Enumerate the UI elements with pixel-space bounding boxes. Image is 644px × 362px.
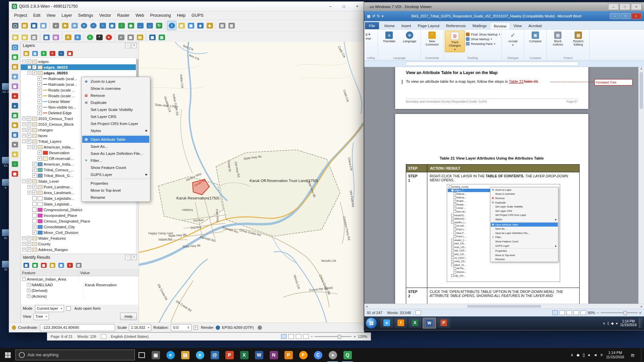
vdi-maximize-button[interactable]: □ <box>620 3 630 10</box>
win7-taskbar-word[interactable]: W <box>423 318 436 328</box>
auto-open-form-checkbox[interactable] <box>66 306 71 311</box>
layer-visibility-checkbox[interactable]: ✓ <box>32 168 37 172</box>
context-menu-item-gups-layer[interactable]: GUPS Layer▶ <box>491 244 558 248</box>
taskbar-qgis[interactable]: Q <box>340 348 355 362</box>
layer-visibility-checkbox[interactable]: ✓ <box>38 156 42 161</box>
context-menu-item-gups-layer[interactable]: GUPS Layer▶ <box>82 171 149 178</box>
clear-results-icon[interactable]: × <box>66 261 73 269</box>
word-proofing-icon[interactable] <box>416 310 421 315</box>
add-delimited-text-icon[interactable]: ◆ <box>11 150 19 158</box>
layer-visibility-checkbox[interactable]: ✓ <box>38 82 42 86</box>
vdi-close-button[interactable]: × <box>631 3 642 10</box>
copy-feature-icon[interactable]: ▣ <box>57 261 65 269</box>
tab-mailings[interactable]: Mailings <box>469 22 490 29</box>
layer-item-incorporated-place[interactable]: Incorporated_Place <box>21 213 136 218</box>
task-view-button[interactable] <box>135 348 148 362</box>
measure-icon[interactable]: ▥ <box>177 21 186 30</box>
layer-visibility-checkbox[interactable]: ✓ <box>32 185 37 189</box>
menu-layer[interactable]: Layer <box>58 12 75 19</box>
context-menu-item-zoom-to-layer[interactable]: ◉Zoom to Layer <box>491 188 558 192</box>
map-tips-icon[interactable]: ▣ <box>186 21 195 30</box>
restrict-editing-button[interactable]: ▦ Restrict Editing <box>569 31 588 47</box>
block-authors-button[interactable]: ▦ Block Authors <box>548 31 568 47</box>
context-menu-item-set-layer-scale-visibility[interactable]: Set Layer Scale Visibility <box>491 204 558 209</box>
zoom-next-icon[interactable]: → <box>145 21 154 30</box>
layer-visibility-checkbox[interactable]: ✓ <box>32 71 37 75</box>
map-canvas[interactable]: Ikes CrkIkes CrkCade CrkCade CrkIndian C… <box>139 42 364 323</box>
tab-insert[interactable]: Insert <box>398 22 415 29</box>
bg-view-outline[interactable] <box>303 334 309 339</box>
identify-features-icon[interactable]: i <box>167 21 176 30</box>
expand-all-icon[interactable]: + <box>49 50 56 57</box>
layer-visibility-checkbox[interactable]: ✓ <box>32 190 37 195</box>
layer-expander[interactable]: − <box>22 60 26 63</box>
save-icon[interactable]: ▦ <box>367 14 370 18</box>
new-comment-button[interactable]: “ New Comment <box>422 31 442 47</box>
collapse-all-icon[interactable]: − <box>57 50 65 57</box>
labeling-icon[interactable]: A <box>64 33 72 42</box>
bg-zoom-level[interactable]: 120% <box>358 335 367 339</box>
word-zoom-in[interactable]: + <box>639 311 641 315</box>
layer-visibility-checkbox[interactable]: ✓ <box>32 225 37 229</box>
layer-expander[interactable]: + <box>22 134 26 137</box>
filter-legend-icon[interactable]: ▼ <box>40 50 47 57</box>
context-menu-item-zoom-to-layer[interactable]: ◉Zoom to Layer <box>82 78 149 85</box>
save-project-icon[interactable]: ▦ <box>30 21 38 30</box>
layer-visibility-checkbox[interactable]: ✓ <box>27 133 31 138</box>
context-menu-item-save-as[interactable]: Save As... <box>491 227 558 231</box>
layer-visibility-checkbox[interactable]: ✓ <box>27 242 31 246</box>
taskbar-mail[interactable]: @ <box>207 348 222 362</box>
word-zoom-level[interactable]: 90% <box>588 311 595 315</box>
layer-expander[interactable]: − <box>28 145 31 149</box>
layer-item-edges-06023[interactable]: −✓edges_06023 <box>21 64 136 70</box>
render-checkbox[interactable]: ✓ <box>194 325 198 330</box>
layer-expander[interactable]: + <box>22 236 26 240</box>
word-document-area[interactable]: View an Attribute Table for a Layer on t… <box>364 67 638 304</box>
new-shapefile-icon[interactable]: ▲ <box>11 102 19 110</box>
word-view-web[interactable] <box>567 310 572 315</box>
taskbar-snipping-tool[interactable]: ▣ <box>148 348 163 362</box>
select-polygon-icon[interactable]: ▨ <box>20 33 29 42</box>
toggle-editing-icon[interactable]: ▣ <box>11 53 19 61</box>
scale-combo[interactable]: 1:16,932▾ <box>129 324 151 331</box>
taskbar-edge[interactable]: e <box>163 348 178 362</box>
layer-visibility-checkbox[interactable]: ✓ <box>32 173 37 178</box>
layer-expander[interactable]: + <box>22 242 26 246</box>
manage-map-themes-icon[interactable]: ▥ <box>31 50 39 57</box>
layer-visibility-checkbox[interactable]: ✓ <box>32 230 37 235</box>
win7-tray-network[interactable]: ◆ <box>611 321 614 325</box>
add-postgis-icon[interactable]: ◉ <box>11 121 19 129</box>
word-word-count[interactable]: Words: 33,548 <box>387 311 411 315</box>
layer-item-address-ranges[interactable]: +✓Address_Ranges <box>21 247 136 252</box>
context-menu-item-duplicate[interactable]: ▣Duplicate <box>82 99 149 106</box>
context-menu-item-styles[interactable]: Styles▶ <box>491 217 558 222</box>
expand-tree-icon[interactable]: ▦ <box>31 261 39 269</box>
menu-edit[interactable]: Edit <box>30 12 44 19</box>
context-menu-item-rename[interactable]: Rename <box>82 194 149 201</box>
taskbar-clock[interactable]: 1:14 PM 11/15/2016 <box>606 351 624 359</box>
word-minimize-button[interactable]: – <box>610 13 620 19</box>
taskbar-word[interactable]: W <box>252 348 266 362</box>
action-center-icon[interactable]: ▤ <box>628 353 638 357</box>
word-view-fullscreen[interactable] <box>559 310 565 315</box>
layer-expander[interactable]: − <box>28 65 31 69</box>
vdi-minimize-button[interactable]: – <box>608 3 619 10</box>
taskbar-powerpoint-2010[interactable]: P <box>281 348 296 362</box>
context-menu-item-set-layer-scale-visibility[interactable]: Set Layer Scale Visibility <box>82 106 149 113</box>
zoom-in-icon[interactable]: + <box>79 21 88 30</box>
word-horizontal-scrollbar[interactable]: ◄ ► <box>364 304 644 309</box>
qat-dropdown-icon[interactable]: ▾ <box>382 14 384 18</box>
layer-expander[interactable]: + <box>28 185 31 189</box>
scroll-thumb[interactable] <box>640 72 643 109</box>
tab-file[interactable]: File <box>365 22 379 29</box>
new-project-icon[interactable]: ▢ <box>11 21 19 30</box>
identify-row-namelsad[interactable]: −NAMELSADKaruk Reservation <box>21 282 139 288</box>
remove-layer-icon[interactable]: ▦ <box>66 50 73 57</box>
zoom-to-selection-icon[interactable]: ○ <box>117 21 126 30</box>
tray-pen[interactable]: ◆ <box>577 353 580 357</box>
qgis-close-button[interactable]: × <box>351 2 364 11</box>
context-menu-item-open-attribute-table[interactable]: ▦Open Attribute Table <box>82 136 149 143</box>
tray-battery[interactable]: ▯ <box>583 353 585 357</box>
layer-visibility-checkbox[interactable]: ✓ <box>27 236 31 240</box>
word-view-outline[interactable] <box>574 310 579 315</box>
